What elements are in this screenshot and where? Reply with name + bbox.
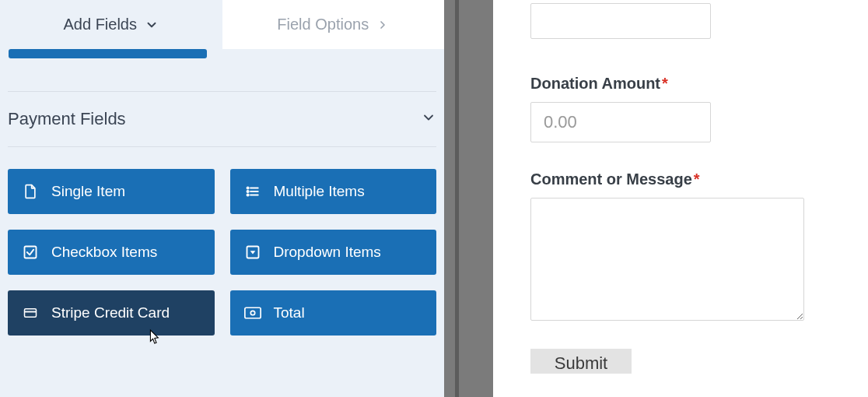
field-label: Dropdown Items	[274, 244, 381, 261]
comment-field-group: Comment or Message*	[530, 170, 831, 321]
required-mark: *	[662, 75, 668, 92]
svg-point-5	[247, 194, 248, 195]
app-root: Add Fields Field Options Payment Fields	[0, 0, 868, 397]
svg-point-12	[250, 311, 254, 314]
file-icon	[22, 183, 39, 200]
chevron-down-icon	[145, 18, 159, 32]
sidebar-tabs: Add Fields Field Options	[0, 0, 444, 49]
label-text: Donation Amount	[530, 75, 660, 92]
svg-point-4	[247, 191, 248, 192]
field-checkbox-items[interactable]: Checkbox Items	[8, 230, 215, 275]
panel-divider	[444, 0, 493, 397]
field-label: Checkbox Items	[51, 244, 157, 261]
fields-grid: Single Item Multiple Items Checkbox Item…	[8, 169, 436, 336]
tab-add-fields[interactable]: Add Fields	[0, 0, 222, 49]
svg-rect-6	[25, 247, 37, 258]
comment-label: Comment or Message*	[530, 170, 831, 188]
donation-field-group: Donation Amount*	[530, 75, 831, 142]
svg-marker-8	[250, 251, 255, 254]
check-square-icon	[22, 244, 39, 261]
field-dropdown-items[interactable]: Dropdown Items	[230, 230, 437, 275]
money-icon	[244, 304, 261, 321]
svg-point-3	[247, 187, 248, 188]
donation-amount-input[interactable]	[530, 102, 711, 142]
chevron-right-icon	[376, 19, 389, 31]
svg-rect-11	[244, 307, 260, 318]
field-label: Single Item	[51, 183, 125, 200]
field-total[interactable]: Total	[230, 290, 437, 336]
field-label: Multiple Items	[274, 183, 365, 200]
caret-square-icon	[244, 244, 261, 261]
donation-amount-label: Donation Amount*	[530, 75, 831, 93]
tab-field-options[interactable]: Field Options	[222, 0, 445, 49]
field-label: Total	[274, 304, 305, 321]
svg-rect-9	[25, 309, 37, 318]
builder-sidebar: Add Fields Field Options Payment Fields	[0, 0, 444, 397]
partial-field-button[interactable]	[9, 49, 207, 58]
label-text: Comment or Message	[530, 170, 692, 188]
section-title: Payment Fields	[8, 109, 126, 129]
tab-field-options-label: Field Options	[277, 16, 369, 33]
submit-label: Submit	[555, 353, 607, 374]
chevron-down-icon	[421, 110, 436, 128]
comment-textarea[interactable]	[530, 198, 804, 321]
list-icon	[244, 183, 261, 200]
field-label: Stripe Credit Card	[51, 304, 170, 321]
text-input-preview[interactable]	[530, 3, 711, 39]
submit-button[interactable]: Submit	[530, 349, 632, 374]
required-mark: *	[694, 170, 700, 188]
credit-card-icon	[22, 304, 39, 321]
form-preview: Donation Amount* Comment or Message* Sub…	[493, 0, 868, 397]
section-payment-fields[interactable]: Payment Fields	[8, 91, 436, 147]
tab-add-fields-label: Add Fields	[64, 16, 138, 33]
field-stripe-credit-card[interactable]: Stripe Credit Card	[8, 290, 215, 336]
field-multiple-items[interactable]: Multiple Items	[230, 169, 437, 214]
field-single-item[interactable]: Single Item	[8, 169, 215, 214]
sidebar-body: Payment Fields Single Item Multiple I	[0, 49, 444, 343]
